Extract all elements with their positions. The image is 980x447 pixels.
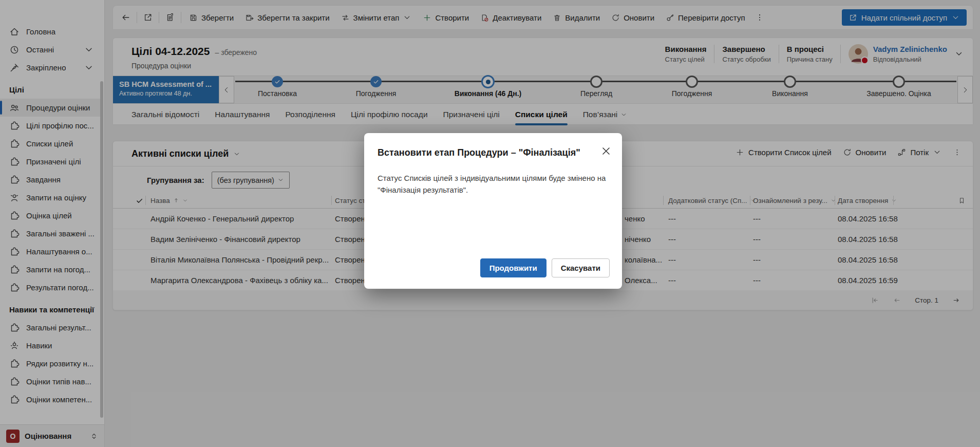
set-stage-dialog: Встановити етап Процедури – "Фіналізація… <box>364 133 622 289</box>
dialog-message: Статус Списків цілей з індивідуальними ц… <box>378 172 608 196</box>
dialog-title: Встановити етап Процедури – "Фіналізація… <box>378 147 580 158</box>
app-window: ГоловнаОстанніЗакріпленоЦіліПроцедури оц… <box>0 0 980 447</box>
continue-button[interactable]: Продовжити <box>480 258 546 277</box>
cancel-button[interactable]: Скасувати <box>552 258 610 277</box>
close-icon[interactable] <box>600 145 612 157</box>
